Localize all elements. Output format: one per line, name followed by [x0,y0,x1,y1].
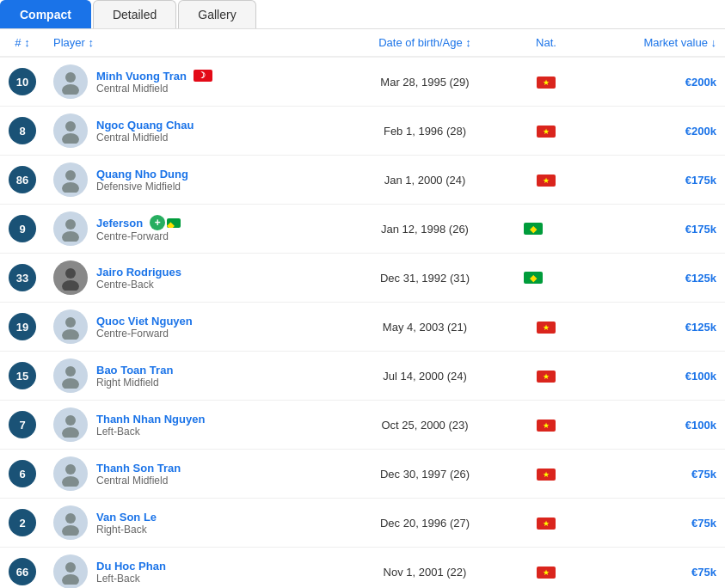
tab-gallery[interactable]: Gallery [178,0,255,28]
svg-point-12 [65,366,76,377]
svg-point-10 [65,317,76,328]
dob-cell: May 4, 2003 (21) [335,303,515,352]
player-position: Centre-Forward [96,328,193,340]
player-name-link[interactable]: Ngoc Quang Chau [96,119,194,132]
nationality-cell [515,254,577,303]
svg-point-8 [65,268,76,279]
col-mv[interactable]: Market value ↓ [577,29,725,57]
dob-cell: Dec 30, 1997 (26) [335,450,515,499]
col-player[interactable]: Player ↕ [45,29,335,57]
svg-point-6 [65,219,76,230]
nationality-cell [515,450,577,499]
dob-cell: Nov 1, 2001 (22) [335,548,515,589]
dob-cell: Oct 25, 2000 (23) [335,401,515,450]
flag-br [524,272,543,284]
player-position: Right-Back [96,524,157,536]
col-player-label: Player ↕ [53,36,94,49]
nationality-cell [515,499,577,548]
table-row: 2 Van Son LeRight-BackDec 20, 1996 (27)€… [0,499,725,548]
player-avatar [53,407,88,442]
jersey-badge: 6 [9,460,36,487]
col-number-label: # ↕ [15,36,29,49]
player-number-cell: 19 [0,303,45,352]
player-position: Central Midfield [96,132,194,144]
transfer-icon: + [150,215,165,230]
jersey-badge: 2 [9,509,36,536]
tab-compact[interactable]: Compact [0,0,91,28]
flag-vn [537,518,556,530]
tab-detailed[interactable]: Detailed [93,0,176,28]
market-value-cell: €125k [577,303,725,352]
jersey-badge: 10 [9,68,36,95]
jersey-badge: 66 [9,558,36,585]
dob-cell: Jul 14, 2000 (24) [335,352,515,401]
player-cell: Jeferson+Centre-Forward [45,205,335,254]
svg-point-2 [65,121,76,132]
flag-vn [537,322,556,334]
svg-point-9 [62,280,79,291]
player-avatar [53,64,88,99]
col-dob-label: Date of birth/Age ↕ [378,36,471,49]
player-avatar [53,309,88,344]
market-value-cell: €75k [577,499,725,548]
player-number-cell: 9 [0,205,45,254]
market-value-cell: €125k [577,254,725,303]
table-header: # ↕ Player ↕ Date of birth/Age ↕ Nat. Ma… [0,29,725,57]
table-row: 9 Jeferson+Centre-ForwardJan 12, 1998 (2… [0,205,725,254]
player-avatar [53,260,88,295]
svg-point-0 [65,72,76,83]
player-number-cell: 33 [0,254,45,303]
player-cell: Minh Vuong TranCentral Midfield [45,57,335,107]
col-number[interactable]: # ↕ [0,29,45,57]
player-name-link[interactable]: Jairo Rodrigues [96,266,181,279]
dob-cell: Dec 20, 1996 (27) [335,499,515,548]
svg-point-21 [62,574,79,585]
player-cell: Du Hoc PhanLeft-Back [45,548,335,589]
flag-vn [537,469,556,481]
dob-cell: Mar 28, 1995 (29) [335,57,515,107]
player-position: Central Midfield [96,83,212,95]
player-name-link[interactable]: Van Son Le [96,511,157,524]
player-name-link[interactable]: Thanh Nhan Nguyen [96,413,205,426]
player-position: Defensive Midfield [96,181,188,193]
table-row: 86 Quang Nho DungDefensive MidfieldJan 1… [0,156,725,205]
player-number-cell: 66 [0,548,45,589]
player-number-cell: 2 [0,499,45,548]
market-value-cell: €175k [577,205,725,254]
tabs-container: CompactDetailedGallery [0,0,725,29]
player-name-link[interactable]: Thanh Son Tran [96,462,181,475]
nationality-cell [515,156,577,205]
nationality-cell [515,205,577,254]
col-dob[interactable]: Date of birth/Age ↕ [335,29,515,57]
player-cell: Quoc Viet NguyenCentre-Forward [45,303,335,352]
nationality-cell [515,57,577,107]
market-value-cell: €200k [577,107,725,156]
jersey-badge: 9 [9,215,36,242]
player-name-link[interactable]: Quoc Viet Nguyen [96,315,193,328]
table-row: 19 Quoc Viet NguyenCentre-ForwardMay 4, … [0,303,725,352]
flag-vn [537,175,556,187]
col-nat-label: Nat. [536,36,556,49]
dob-cell: Jan 1, 2000 (24) [335,156,515,205]
jersey-badge: 19 [9,313,36,340]
player-name-link[interactable]: Bao Toan Tran [96,364,173,377]
flag-br [524,223,543,235]
nationality-cell [515,401,577,450]
market-value-cell: €75k [577,450,725,499]
market-value-cell: €100k [577,352,725,401]
player-cell: Quang Nho DungDefensive Midfield [45,156,335,205]
player-name-link[interactable]: Du Hoc Phan [96,560,166,573]
dob-cell: Feb 1, 1996 (28) [335,107,515,156]
player-cell: Bao Toan TranRight Midfield [45,352,335,401]
flag-vn [537,77,556,89]
player-avatar [53,211,88,246]
nationality-cell [515,352,577,401]
player-avatar [53,456,88,491]
player-avatar [53,162,88,197]
nationality-cell [515,303,577,352]
player-name-link[interactable]: Jeferson [96,217,143,230]
player-name-link[interactable]: Minh Vuong Tran [96,70,187,83]
player-name-link[interactable]: Quang Nho Dung [96,168,188,181]
market-value-cell: €200k [577,57,725,107]
player-avatar [53,505,88,540]
